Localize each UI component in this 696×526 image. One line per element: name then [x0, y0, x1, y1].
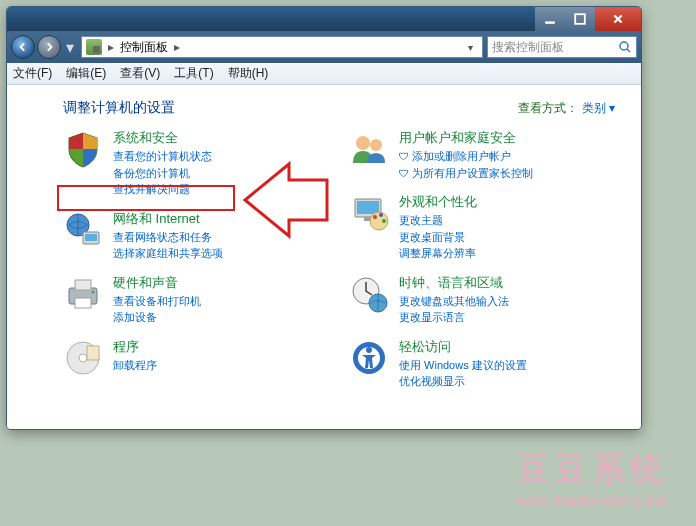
category-appearance: 外观和个性化 更改主题 更改桌面背景 调整屏幕分辨率	[349, 193, 615, 262]
svg-rect-5	[85, 234, 97, 241]
category-link[interactable]: 优化视频显示	[399, 373, 615, 390]
svg-point-14	[370, 139, 382, 151]
category-title[interactable]: 用户帐户和家庭安全	[399, 129, 615, 147]
menu-file[interactable]: 文件(F)	[13, 65, 52, 82]
breadcrumb-sep: ▸	[174, 40, 180, 54]
content-area: 调整计算机的设置 查看方式： 类别 ▾ 系统和安全 查看您的计算机状态 备份您的…	[7, 85, 641, 429]
address-bar[interactable]: ▸ 控制面板 ▸ ▾	[81, 36, 483, 58]
navigation-bar: ▾ ▸ 控制面板 ▸ ▾ 搜索控制面板	[7, 31, 641, 63]
svg-point-11	[79, 354, 87, 362]
view-by-value[interactable]: 类别 ▾	[582, 101, 615, 115]
close-button[interactable]	[595, 7, 641, 31]
category-link[interactable]: 选择家庭组和共享选项	[113, 245, 329, 262]
category-title[interactable]: 程序	[113, 338, 329, 356]
svg-point-9	[92, 290, 95, 293]
ease-access-icon	[349, 338, 389, 378]
svg-point-19	[373, 215, 377, 219]
category-link[interactable]: 查看您的计算机状态	[113, 148, 329, 165]
menu-bar: 文件(F) 编辑(E) 查看(V) 工具(T) 帮助(H)	[7, 63, 641, 85]
svg-point-21	[382, 219, 386, 223]
search-input[interactable]: 搜索控制面板	[487, 36, 637, 58]
search-placeholder: 搜索控制面板	[492, 39, 564, 56]
category-programs: 程序 卸载程序	[63, 338, 329, 378]
svg-rect-16	[357, 201, 379, 214]
svg-rect-8	[75, 298, 91, 308]
category-clock-language: 时钟、语言和区域 更改键盘或其他输入法 更改显示语言	[349, 274, 615, 326]
category-link[interactable]: 调整屏幕分辨率	[399, 245, 615, 262]
menu-view[interactable]: 查看(V)	[120, 65, 160, 82]
category-link[interactable]: 更改主题	[399, 212, 615, 229]
breadcrumb-location[interactable]: 控制面板	[120, 39, 168, 56]
svg-rect-1	[575, 14, 585, 24]
view-by: 查看方式： 类别 ▾	[518, 100, 615, 117]
category-hardware-sound: 硬件和声音 查看设备和打印机 添加设备	[63, 274, 329, 326]
globe-network-icon	[63, 210, 103, 250]
category-link[interactable]: 添加设备	[113, 309, 329, 326]
category-link[interactable]: 更改键盘或其他输入法	[399, 293, 615, 310]
left-column: 系统和安全 查看您的计算机状态 备份您的计算机 查找并解决问题 网络和 Inte…	[63, 129, 329, 390]
category-title[interactable]: 轻松访问	[399, 338, 615, 356]
category-title[interactable]: 时钟、语言和区域	[399, 274, 615, 292]
back-button[interactable]	[11, 35, 35, 59]
watermark-text: 豆豆系统	[516, 447, 668, 493]
menu-help[interactable]: 帮助(H)	[228, 65, 269, 82]
clock-globe-icon	[349, 274, 389, 314]
monitor-palette-icon	[349, 193, 389, 233]
breadcrumb-sep: ▸	[108, 40, 114, 54]
address-dropdown[interactable]: ▾	[468, 42, 478, 53]
search-icon	[618, 40, 632, 54]
menu-tools[interactable]: 工具(T)	[174, 65, 213, 82]
category-link[interactable]: 卸载程序	[113, 357, 329, 374]
forward-button[interactable]	[37, 35, 61, 59]
svg-rect-12	[87, 346, 99, 360]
watermark: 豆豆系统 www.doudouxitong.net	[516, 447, 668, 508]
control-panel-icon	[86, 39, 102, 55]
control-panel-window: ▾ ▸ 控制面板 ▸ ▾ 搜索控制面板 文件(F) 编辑(E) 查看(V) 工具…	[6, 6, 642, 430]
category-link[interactable]: 更改桌面背景	[399, 229, 615, 246]
category-title[interactable]: 外观和个性化	[399, 193, 615, 211]
svg-point-26	[366, 347, 372, 353]
shield-icon	[63, 129, 103, 169]
category-link[interactable]: 查找并解决问题	[113, 181, 329, 198]
right-column: 用户帐户和家庭安全 添加或删除用户帐户 为所有用户设置家长控制 外观和个性化 更…	[349, 129, 615, 390]
svg-point-2	[620, 42, 628, 50]
category-link[interactable]: 为所有用户设置家长控制	[399, 165, 615, 182]
disc-icon	[63, 338, 103, 378]
category-system-security: 系统和安全 查看您的计算机状态 备份您的计算机 查找并解决问题	[63, 129, 329, 198]
watermark-url: www.doudouxitong.net	[516, 493, 668, 508]
menu-edit[interactable]: 编辑(E)	[66, 65, 106, 82]
category-network-internet: 网络和 Internet 查看网络状态和任务 选择家庭组和共享选项	[63, 210, 329, 262]
category-link[interactable]: 备份您的计算机	[113, 165, 329, 182]
category-user-accounts: 用户帐户和家庭安全 添加或删除用户帐户 为所有用户设置家长控制	[349, 129, 615, 181]
minimize-button[interactable]	[535, 7, 565, 31]
category-ease-of-access: 轻松访问 使用 Windows 建议的设置 优化视频显示	[349, 338, 615, 390]
category-link[interactable]: 使用 Windows 建议的设置	[399, 357, 615, 374]
category-title[interactable]: 网络和 Internet	[113, 210, 329, 228]
titlebar	[7, 7, 641, 31]
svg-point-20	[379, 213, 383, 217]
category-title[interactable]: 系统和安全	[113, 129, 329, 147]
category-link[interactable]: 查看设备和打印机	[113, 293, 329, 310]
people-icon	[349, 129, 389, 169]
maximize-button[interactable]	[565, 7, 595, 31]
page-title: 调整计算机的设置	[63, 99, 175, 117]
category-title[interactable]: 硬件和声音	[113, 274, 329, 292]
category-link[interactable]: 更改显示语言	[399, 309, 615, 326]
svg-rect-0	[545, 21, 555, 23]
nav-history-chevron[interactable]: ▾	[63, 35, 77, 59]
printer-icon	[63, 274, 103, 314]
svg-rect-7	[75, 280, 91, 290]
svg-point-13	[356, 136, 370, 150]
category-link[interactable]: 添加或删除用户帐户	[399, 148, 615, 165]
category-link[interactable]: 查看网络状态和任务	[113, 229, 329, 246]
